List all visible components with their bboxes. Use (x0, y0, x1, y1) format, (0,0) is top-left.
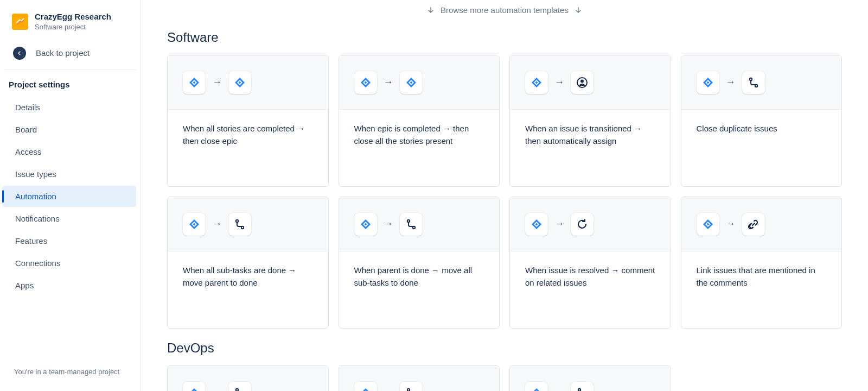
nav-item-label: Features (15, 236, 47, 245)
arrow-right-icon: → (726, 218, 736, 230)
diamond-icon (697, 71, 719, 94)
diamond-icon (697, 213, 719, 236)
card-icon-header: → (510, 197, 671, 251)
project-settings-heading: Project settings (0, 70, 141, 94)
template-description: Link issues that are mentioned in the co… (681, 251, 842, 302)
arrow-right-icon: → (212, 218, 222, 230)
diamond-icon (183, 382, 206, 392)
nav-item-label: Apps (15, 281, 34, 290)
nav-item-issue-types[interactable]: Issue types (2, 163, 136, 185)
automation-template-card[interactable]: → (339, 365, 500, 391)
automation-template-card[interactable]: →When all sub-tasks are done → move pare… (167, 197, 329, 329)
nav-item-details[interactable]: Details (2, 97, 136, 118)
template-description: When epic is completed → then close all … (339, 110, 500, 160)
branch-icon (400, 213, 423, 236)
template-grid: →→→ (167, 365, 842, 391)
template-description: Close duplicate issues (681, 110, 842, 148)
automation-template-card[interactable]: →When parent is done → move all sub-task… (339, 197, 500, 329)
branch-icon (571, 382, 593, 392)
back-to-project-label: Back to project (36, 48, 90, 58)
card-icon-header: → (681, 55, 842, 110)
branch-icon (228, 382, 251, 392)
diamond-icon (183, 213, 206, 236)
template-description: When issue is resolved → comment on rela… (510, 251, 671, 302)
browse-more-label: Browse more automation templates (441, 5, 569, 15)
arrow-down-icon (574, 6, 583, 15)
card-icon-header: → (168, 366, 328, 391)
template-grid: →When all stories are completed → then c… (167, 55, 842, 329)
automation-template-card[interactable]: → (509, 365, 671, 391)
card-icon-header: → (339, 197, 500, 251)
card-icon-header: → (510, 55, 671, 110)
sidebar: CrazyEgg Research Software project Back … (0, 0, 141, 391)
arrow-right-icon: → (554, 77, 564, 88)
template-group-title: Software (167, 30, 842, 45)
diamond-icon (525, 213, 548, 236)
branch-icon (228, 213, 251, 236)
nav-item-features[interactable]: Features (2, 230, 136, 251)
card-icon-header: → (168, 197, 328, 251)
template-description: When all sub-tasks are done → move paren… (168, 251, 328, 302)
arrow-right-icon: → (212, 77, 222, 88)
person-icon (571, 71, 593, 94)
arrow-right-icon: → (384, 218, 393, 230)
nav-item-automation[interactable]: Automation (2, 186, 136, 207)
card-icon-header: → (339, 55, 500, 110)
automation-template-card[interactable]: →Close duplicate issues (681, 55, 843, 187)
back-to-project-link[interactable]: Back to project (0, 41, 141, 70)
arrow-right-icon: → (212, 387, 222, 391)
automation-template-card[interactable]: →When all stories are completed → then c… (167, 55, 329, 187)
automation-template-card[interactable]: →Link issues that are mentioned in the c… (681, 197, 843, 329)
arrow-right-icon: → (384, 77, 393, 88)
automation-template-card[interactable]: →When issue is resolved → comment on rel… (509, 197, 671, 329)
template-description: When all stories are completed → then cl… (168, 110, 328, 160)
diamond-icon (400, 71, 423, 94)
template-description: When parent is done → move all sub-tasks… (339, 251, 500, 302)
link-icon (742, 213, 765, 236)
back-arrow-icon (13, 47, 26, 60)
card-icon-header: → (168, 55, 328, 110)
diamond-icon (525, 382, 548, 392)
branch-icon (400, 382, 423, 392)
card-icon-header: → (681, 197, 842, 251)
nav-item-label: Issue types (15, 169, 56, 179)
template-group-title: DevOps (167, 340, 842, 356)
settings-nav: DetailsBoardAccessIssue typesAutomationN… (0, 94, 141, 297)
arrow-right-icon: → (554, 218, 564, 230)
browse-more-templates-link[interactable]: Browse more automation templates (167, 0, 842, 18)
nav-item-label: Connections (15, 258, 60, 268)
nav-item-label: Board (15, 125, 37, 134)
diamond-icon (354, 213, 377, 236)
nav-item-label: Access (15, 147, 41, 156)
project-type: Software project (35, 23, 111, 31)
project-header: CrazyEgg Research Software project (0, 12, 141, 41)
arrow-right-icon: → (726, 77, 736, 88)
main-content: Browse more automation templates Softwar… (141, 0, 868, 391)
nav-item-notifications[interactable]: Notifications (2, 208, 136, 229)
nav-item-access[interactable]: Access (2, 141, 136, 162)
nav-item-connections[interactable]: Connections (2, 253, 136, 274)
nav-item-label: Automation (15, 192, 56, 201)
nav-item-board[interactable]: Board (2, 119, 136, 140)
arrow-right-icon: → (384, 387, 393, 391)
team-managed-note: You're in a team-managed project (0, 368, 141, 391)
diamond-icon (354, 382, 377, 392)
automation-template-card[interactable]: →When epic is completed → then close all… (339, 55, 500, 187)
diamond-icon (228, 71, 251, 94)
card-icon-header: → (339, 366, 500, 391)
nav-item-apps[interactable]: Apps (2, 275, 136, 296)
automation-template-card[interactable]: →When an issue is transitioned → then au… (509, 55, 671, 187)
diamond-icon (183, 71, 206, 94)
template-description: When an issue is transitioned → then aut… (510, 110, 671, 160)
project-avatar-icon (12, 14, 28, 30)
automation-template-card[interactable]: → (167, 365, 329, 391)
diamond-icon (525, 71, 548, 94)
refresh-icon (571, 213, 593, 236)
project-name: CrazyEgg Research (35, 12, 111, 22)
card-icon-header: → (510, 366, 671, 391)
nav-item-label: Details (15, 103, 40, 112)
diamond-icon (354, 71, 377, 94)
arrow-right-icon: → (554, 387, 564, 391)
arrow-down-icon (426, 6, 435, 15)
branch-icon (742, 71, 765, 94)
